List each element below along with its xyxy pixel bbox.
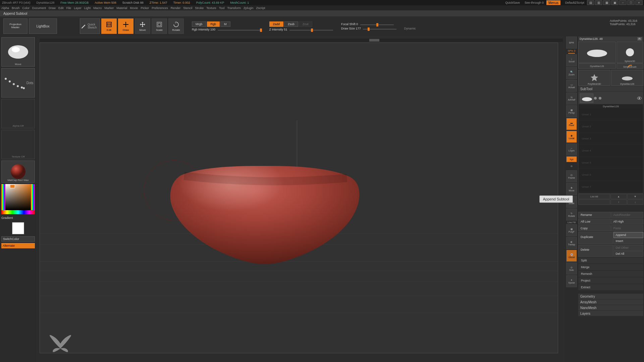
- append-button[interactable]: Append: [613, 232, 644, 238]
- viewport[interactable]: [40, 43, 558, 353]
- paste-button[interactable]: Paste: [611, 225, 644, 231]
- remesh-section[interactable]: Remesh: [578, 271, 643, 277]
- quicksave-button[interactable]: QuickSave: [503, 1, 522, 4]
- spix-label[interactable]: SPix 3: [566, 49, 577, 52]
- brush-selector[interactable]: Move: [1, 37, 35, 67]
- projection-master-button[interactable]: ProjectionMaster: [3, 18, 28, 34]
- aahalf-button[interactable]: ½AAHalf: [566, 93, 577, 105]
- split-section[interactable]: Split: [578, 257, 643, 263]
- mesh-object[interactable]: [164, 162, 365, 266]
- menu-alpha[interactable]: Alpha: [1, 6, 9, 10]
- autoreorder-button[interactable]: AutoReorder: [611, 212, 644, 218]
- title-icon-2[interactable]: ▥: [595, 0, 602, 5]
- transp-button[interactable]: ◐Transp: [566, 237, 577, 249]
- persp-button[interactable]: ▦Persp: [566, 105, 577, 117]
- menu-zplugin[interactable]: Zplugin: [244, 6, 254, 10]
- switchcolor-button[interactable]: SwitchColor: [1, 236, 35, 242]
- tool-slot-polymesh[interactable]: PolyMesh3D: [578, 70, 610, 86]
- solo-button[interactable]: ◎Solo: [566, 262, 577, 275]
- rgb-button[interactable]: Rgb: [207, 21, 220, 27]
- actual-button[interactable]: ▭Actual: [566, 80, 577, 92]
- nanomesh-header[interactable]: NanoMesh: [578, 305, 643, 310]
- z-intensity-slider[interactable]: Z Intensity 51: [269, 28, 287, 31]
- menu-transform[interactable]: Transform: [227, 6, 241, 10]
- menu-material[interactable]: Material: [116, 6, 127, 10]
- menu-stencil[interactable]: Stencil: [183, 6, 192, 10]
- copy-button[interactable]: Copy: [578, 225, 611, 231]
- rgb-intensity-slider[interactable]: Rgb Intensity 100: [192, 28, 215, 31]
- menu-picker[interactable]: Picker: [141, 6, 149, 10]
- color-picker[interactable]: [1, 184, 35, 214]
- paint-icon-2[interactable]: [598, 96, 602, 100]
- lightbox-button[interactable]: LightBox: [29, 18, 57, 34]
- del-other-button[interactable]: Del Other: [613, 245, 644, 251]
- quick-sketch-button[interactable]: QuickSketch: [80, 18, 100, 34]
- dynamic-label[interactable]: Dynamic: [404, 27, 416, 30]
- menu-draw[interactable]: Draw: [49, 6, 56, 10]
- lsym-button[interactable]: ↔LSym: [566, 143, 577, 156]
- menus-button[interactable]: Menus: [546, 0, 560, 5]
- project-section[interactable]: Project: [578, 278, 643, 284]
- polyf-button[interactable]: ▦PolyF: [566, 224, 577, 236]
- gradient-label[interactable]: Gradient: [1, 216, 36, 220]
- tool-slot-sphere[interactable]: Sphere3D: [616, 42, 643, 63]
- menu-edit[interactable]: Edit: [58, 6, 64, 10]
- frame-button[interactable]: ⊡Frame: [566, 170, 577, 182]
- tool-slot-dynawax[interactable]: DynaWax128: [611, 70, 643, 86]
- minimize-button[interactable]: −: [619, 0, 627, 5]
- draw-button[interactable]: Draw: [118, 18, 133, 34]
- insert-button[interactable]: Insert: [613, 238, 644, 244]
- alternate-button[interactable]: Alternate: [1, 243, 35, 248]
- zcut-button[interactable]: Zcut: [299, 21, 312, 27]
- mrgb-button[interactable]: Mrgb: [192, 21, 206, 27]
- subtool-row-4[interactable]: Unsel 4: [579, 145, 643, 157]
- texture-selector[interactable]: Texture Off: [1, 130, 35, 159]
- tool-slot-simplebrush[interactable]: SimpleBrush: [616, 63, 643, 69]
- menu-texture[interactable]: Texture: [206, 6, 216, 10]
- menu-color[interactable]: Color: [22, 6, 30, 10]
- menu-tool[interactable]: Tool: [219, 6, 225, 10]
- menu-preferences[interactable]: Preferences: [152, 6, 168, 10]
- move-down-button[interactable]: ↓: [627, 199, 644, 205]
- subtool-row-5[interactable]: Unsel 5: [579, 157, 643, 169]
- move-transform-button[interactable]: ✥Move: [566, 183, 577, 195]
- menu-brush[interactable]: Brush: [12, 6, 20, 10]
- seethrough-slider[interactable]: See-through 0: [523, 1, 546, 4]
- arrow-up-button[interactable]: ▲: [610, 194, 627, 199]
- paint-icon[interactable]: [593, 96, 597, 100]
- xpose-button[interactable]: ✦Xpose: [566, 275, 577, 287]
- all-high-button[interactable]: All High: [611, 219, 644, 225]
- r-button[interactable]: R: [637, 37, 642, 41]
- close-button[interactable]: ×: [635, 0, 643, 5]
- subtool-row-6[interactable]: Unsel 6: [579, 169, 643, 181]
- menu-zscript[interactable]: Zscript: [256, 6, 265, 10]
- move-up-button[interactable]: ↑: [610, 199, 627, 205]
- alpha-selector[interactable]: Alpha Off: [1, 99, 35, 128]
- extract-section[interactable]: Extract: [578, 284, 643, 290]
- arraymesh-header[interactable]: ArrayMesh: [578, 299, 643, 305]
- arrow-down-button[interactable]: ▼: [627, 194, 644, 199]
- draw-size-slider[interactable]: Draw Size 177: [341, 27, 361, 30]
- m-button[interactable]: M: [220, 21, 230, 27]
- title-icon-4[interactable]: ▣: [611, 0, 619, 5]
- xyz-button[interactable]: Xyz: [566, 156, 577, 162]
- material-selector[interactable]: MatCap Red Wax: [1, 161, 35, 183]
- title-icon-3[interactable]: ▦: [603, 0, 610, 5]
- del-all-button[interactable]: Del All: [613, 251, 644, 257]
- zsub-button[interactable]: Zsub: [284, 21, 298, 27]
- subtool-row-1[interactable]: Unsel 1: [579, 109, 643, 121]
- scroll-button[interactable]: ↕Scroll: [566, 54, 577, 66]
- menu-file[interactable]: File: [66, 6, 71, 10]
- menu-stroke[interactable]: Stroke: [195, 6, 204, 10]
- scale-button[interactable]: Scale: [152, 18, 167, 34]
- rotate-transform-button[interactable]: ↻Rotate: [566, 208, 577, 221]
- title-icon-1[interactable]: ▤: [587, 0, 594, 5]
- canvas-scroll[interactable]: [40, 39, 563, 42]
- rename-button[interactable]: Rename: [578, 212, 611, 218]
- duplicate-button[interactable]: Duplicate: [578, 232, 613, 244]
- menu-marker[interactable]: Marker: [104, 6, 114, 10]
- bpr-button[interactable]: BPR: [566, 37, 577, 49]
- local-button[interactable]: ◉Local: [566, 131, 577, 143]
- menu-layer[interactable]: Layer: [74, 6, 82, 10]
- zadd-button[interactable]: Zadd: [269, 21, 284, 27]
